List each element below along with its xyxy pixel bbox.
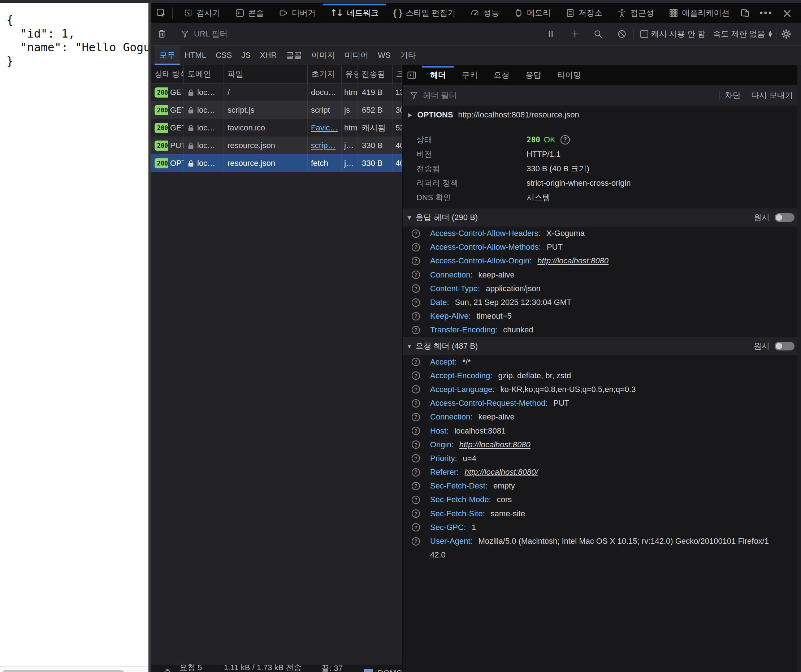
header-help-icon[interactable]: ?: [412, 229, 420, 238]
column-header-방식[interactable]: 방식: [168, 65, 184, 83]
filter-tab-미디어[interactable]: 미디어: [340, 45, 373, 65]
header-row-Accept-Encoding[interactable]: ?Accept-Encoding:gzip, deflate, br, zstd: [403, 369, 801, 383]
disable-cache-checkbox[interactable]: [640, 30, 648, 38]
filter-tab-글꼴[interactable]: 글꼴: [281, 45, 307, 65]
devtools-tab-network[interactable]: ↑↓ 네트워크: [323, 3, 386, 23]
header-help-icon[interactable]: ?: [412, 243, 420, 251]
split-console-toggle-icon[interactable]: [406, 70, 417, 80]
filter-tab-모두[interactable]: 모두: [154, 45, 180, 65]
header-help-icon[interactable]: ?: [412, 284, 420, 293]
header-help-icon[interactable]: ?: [412, 312, 420, 321]
header-row-Content-Type[interactable]: ?Content-Type:application/json: [403, 282, 801, 295]
detail-tab-응답[interactable]: 응답: [518, 65, 549, 85]
url-filter-input[interactable]: URL 필터: [194, 29, 227, 39]
header-help-icon[interactable]: ?: [412, 537, 420, 546]
header-row-Access-Control-Allow-Origin[interactable]: ?Access-Control-Allow-Origin:http://loca…: [403, 254, 801, 268]
response-headers-section[interactable]: ▼ 응답 헤더 (290 B) 원시: [403, 208, 801, 227]
header-help-icon[interactable]: ?: [412, 385, 420, 393]
block-request-button[interactable]: [617, 29, 627, 39]
throttle-select[interactable]: 속도 제한 없음: [713, 29, 765, 39]
header-row-Date[interactable]: ?Date:Sun, 21 Sep 2025 12:30:04 GMT: [403, 295, 801, 309]
header-row-Connection[interactable]: ?Connection:keep-alive: [403, 268, 801, 282]
header-row-Access-Control-Allow-Headers[interactable]: ?Access-Control-Allow-Headers:X-Goguma: [403, 227, 801, 240]
header-help-icon[interactable]: ?: [412, 257, 420, 265]
filter-tab-이미지[interactable]: 이미지: [307, 45, 340, 65]
detail-tab-요청[interactable]: 요청: [486, 65, 518, 85]
request-row-resource.json-OPTIONS[interactable]: 200OPTIONSloc…resource.jsonfetchj…330 B4…: [151, 154, 402, 172]
header-row-Keep-Alive[interactable]: ?Keep-Alive:timeout=5: [403, 309, 801, 323]
header-help-icon[interactable]: ?: [412, 371, 420, 380]
header-help-icon[interactable]: ?: [412, 523, 420, 532]
devtools-tab-accessibility[interactable]: 접근성: [610, 3, 661, 23]
header-filter-input[interactable]: 헤더 필터: [423, 90, 457, 101]
header-value[interactable]: http://localhost:8080/: [465, 467, 538, 477]
filter-tab-기타[interactable]: 기타: [396, 45, 421, 65]
header-help-icon[interactable]: ?: [412, 358, 420, 366]
page-horizontal-scrollbar[interactable]: [0, 666, 148, 672]
header-row-Host[interactable]: ?Host:localhost:8081: [403, 424, 801, 438]
header-row-Priority[interactable]: ?Priority:u=4: [403, 451, 801, 465]
request-summary-row[interactable]: ▶ OPTIONS http://localhost:8081/resource…: [403, 105, 801, 124]
responsive-mode-button[interactable]: [740, 8, 750, 18]
column-header-초기자[interactable]: 초기자: [308, 65, 342, 83]
devtools-tab-style-editor[interactable]: { }스타일 편집기: [386, 3, 463, 23]
header-row-Access-Control-Request-Method[interactable]: ?Access-Control-Request-Method:PUT: [403, 396, 801, 410]
header-help-icon[interactable]: ?: [412, 440, 420, 449]
column-header-유형[interactable]: 유형: [342, 65, 358, 83]
pause-traffic-button[interactable]: [547, 29, 555, 39]
raw-request-toggle[interactable]: [775, 342, 795, 350]
devtools-tab-storage[interactable]: 저장소: [558, 3, 610, 23]
header-help-icon[interactable]: ?: [412, 496, 420, 504]
column-header-전송됨[interactable]: 전송됨: [358, 65, 392, 83]
page-hscroll-thumb[interactable]: [2, 670, 125, 672]
filter-tab-XHR[interactable]: XHR: [255, 45, 281, 65]
devtools-tab-memory[interactable]: 메모리: [506, 3, 558, 23]
devtools-splitter[interactable]: [148, 3, 151, 672]
filter-tab-CSS[interactable]: CSS: [211, 45, 236, 65]
block-url-button[interactable]: 차단: [725, 90, 741, 101]
clear-requests-button[interactable]: [154, 29, 170, 39]
devtools-close-button[interactable]: ×: [782, 7, 793, 19]
status-help-icon[interactable]: ?: [560, 135, 570, 145]
header-help-icon[interactable]: ?: [412, 454, 420, 463]
devtools-tab-performance[interactable]: 성능: [463, 3, 506, 23]
column-header-상태[interactable]: 상태: [151, 65, 168, 83]
new-request-button[interactable]: [570, 29, 580, 39]
header-row-User-Agent[interactable]: ?User-Agent:Mozilla/5.0 (Macintosh; Inte…: [403, 534, 801, 548]
header-help-icon[interactable]: ?: [412, 468, 420, 477]
detail-tab-헤더[interactable]: 헤더: [422, 65, 454, 85]
header-help-icon[interactable]: ?: [412, 427, 420, 435]
request-row-resource.json-PUT[interactable]: 200PUTloc…resource.jsonscrip…j…330 B40: [151, 137, 402, 154]
request-headers-section[interactable]: ▼ 요청 헤더 (487 B) 원시: [403, 337, 801, 355]
raw-response-toggle[interactable]: [775, 213, 795, 222]
filter-tab-JS[interactable]: JS: [236, 45, 255, 65]
header-value[interactable]: http://localhost:8080: [537, 256, 608, 266]
resend-button[interactable]: 다시 보내기: [751, 90, 793, 101]
header-help-icon[interactable]: ?: [412, 298, 420, 307]
header-row-Origin[interactable]: ?Origin:http://localhost:8080: [403, 438, 801, 451]
detail-tab-타이밍[interactable]: 타이밍: [549, 65, 589, 85]
request-table-header[interactable]: 상태방식도메인파일초기자유형전송됨크기: [151, 65, 402, 84]
header-row-Sec-GPC[interactable]: ?Sec-GPC:1: [403, 521, 801, 534]
search-button[interactable]: [593, 29, 603, 39]
header-row-Accept-Language[interactable]: ?Accept-Language:ko-KR,ko;q=0.8,en-US;q=…: [403, 383, 801, 396]
request-row-favicon.ico-GET[interactable]: 200GETloc…favicon.icoFavic…htm캐시됨52: [151, 119, 402, 137]
column-header-도메인[interactable]: 도메인: [184, 65, 224, 83]
element-picker-button[interactable]: [153, 8, 169, 18]
header-row-Referer[interactable]: ?Referer:http://localhost:8080/: [403, 465, 801, 479]
column-header-파일[interactable]: 파일: [224, 65, 308, 83]
header-row-Sec-Fetch-Site[interactable]: ?Sec-Fetch-Site:same-site: [403, 507, 801, 521]
header-row-Access-Control-Allow-Methods[interactable]: ?Access-Control-Allow-Methods:PUT: [403, 240, 801, 254]
detail-scrollbar[interactable]: [798, 65, 801, 672]
header-value[interactable]: http://localhost:8080: [459, 440, 531, 450]
network-settings-button[interactable]: [781, 29, 791, 39]
devtools-tab-debugger[interactable]: 디버거: [271, 3, 323, 23]
header-row-Accept[interactable]: ?Accept:*/*: [403, 355, 801, 369]
header-help-icon[interactable]: ?: [412, 271, 420, 279]
header-row-Transfer-Encoding[interactable]: ?Transfer-Encoding:chunked: [403, 323, 801, 337]
devtools-tab-inspector[interactable]: 검사기: [176, 3, 227, 23]
detail-tab-쿠키[interactable]: 쿠키: [454, 65, 486, 85]
header-row-Connection[interactable]: ?Connection:keep-alive: [403, 410, 801, 424]
header-help-icon[interactable]: ?: [412, 482, 420, 490]
header-help-icon[interactable]: ?: [412, 413, 420, 421]
